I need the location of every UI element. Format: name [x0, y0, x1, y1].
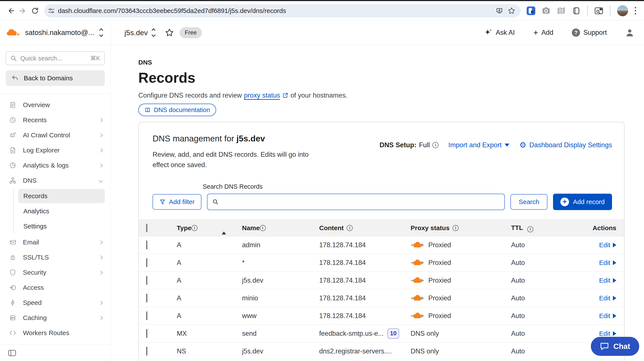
row-checkbox[interactable]	[146, 294, 148, 303]
info-icon[interactable]: i	[527, 226, 533, 232]
sort-ascending-icon[interactable]	[222, 224, 226, 235]
column-header-content[interactable]: Content i	[313, 224, 405, 232]
main-content: DNS Records Configure DNS records and re…	[111, 45, 644, 361]
row-checkbox[interactable]	[146, 276, 148, 285]
favorite-star-icon[interactable]	[165, 28, 174, 37]
collapse-sidebar-icon[interactable]	[8, 349, 16, 357]
sidebar-item-dns-analytics[interactable]: Analytics	[18, 204, 105, 218]
row-checkbox[interactable]	[146, 347, 148, 356]
side-panel-search-icon[interactable]	[594, 6, 603, 15]
zone-name[interactable]: j5s.dev	[124, 28, 148, 37]
bookmark-star-icon[interactable]	[506, 5, 518, 17]
sidebar-item-ssl-tls[interactable]: SSL/TLS	[0, 250, 110, 265]
chat-button[interactable]: Chat	[591, 337, 639, 356]
column-header-actions: Actions	[581, 224, 624, 232]
select-all-checkbox[interactable]	[146, 224, 148, 232]
caret-right-icon	[613, 331, 616, 336]
sidebar-item-email[interactable]: Email	[0, 235, 110, 250]
record-type: A	[177, 241, 181, 249]
add-filter-button[interactable]: Add filter	[152, 194, 202, 210]
dns-search-input[interactable]	[222, 198, 500, 206]
table-row: A www 178.128.74.184 Proxied Auto Edit	[139, 307, 624, 325]
edit-record-button[interactable]: Edit	[599, 312, 616, 320]
search-button[interactable]: Search	[510, 194, 548, 210]
column-header-type[interactable]: Type i	[171, 224, 236, 232]
sidebar-subitem-label: Analytics	[23, 208, 49, 215]
sidebar-item-overview[interactable]: Overview	[0, 97, 110, 112]
sidebar-item-recents[interactable]: Recents	[0, 112, 110, 128]
info-icon[interactable]: i	[347, 225, 353, 231]
column-header-proxy-status[interactable]: Proxy status i	[405, 224, 506, 232]
column-header-name[interactable]: Name i	[236, 224, 313, 232]
chevron-right-icon	[99, 133, 103, 137]
ask-ai-button[interactable]: Ask AI	[484, 29, 515, 36]
column-header-ttl[interactable]: TTL i	[506, 224, 581, 232]
proxy-status-link[interactable]: proxy status	[244, 91, 280, 99]
browser-menu-icon[interactable]	[635, 7, 636, 14]
sidebar-item-dns-records[interactable]: Records	[18, 189, 105, 203]
support-button[interactable]: ? Support	[572, 28, 607, 37]
camera-extension-icon[interactable]	[542, 6, 550, 15]
chat-bubble-icon	[600, 342, 609, 351]
import-export-dropdown[interactable]: Import and Export	[448, 141, 509, 149]
card-title-zone: j5s.dev	[236, 134, 265, 143]
info-icon[interactable]: i	[192, 225, 198, 231]
address-bar[interactable]: dash.cloudflare.com/703643cccb3eebec59f5…	[44, 4, 520, 17]
install-app-icon[interactable]	[493, 5, 506, 17]
url-text[interactable]: dash.cloudflare.com/703643cccb3eebec59f5…	[58, 7, 493, 14]
server-stack-icon	[9, 314, 17, 322]
password-manager-extension-icon[interactable]	[527, 6, 535, 15]
browser-forward-icon[interactable]	[17, 5, 29, 17]
user-profile-icon[interactable]	[626, 28, 634, 37]
edit-record-button[interactable]: Edit	[599, 241, 616, 249]
extension-icon[interactable]	[572, 6, 581, 15]
sidebar-item-caching[interactable]: Caching	[0, 310, 110, 325]
proxy-status-text: Proxied	[428, 294, 451, 302]
edit-record-button[interactable]: Edit	[599, 295, 616, 302]
robot-icon	[9, 131, 17, 139]
external-link-icon	[282, 92, 288, 98]
quick-search-input[interactable]: Quick search... ⌘K	[6, 51, 105, 65]
account-name: satoshi.nakamoto@...	[25, 28, 94, 37]
dns-search-field[interactable]	[207, 194, 505, 210]
add-button[interactable]: + Add	[533, 28, 553, 37]
edit-record-button[interactable]: Edit	[599, 277, 616, 284]
info-icon[interactable]: i	[452, 225, 458, 231]
browser-back-icon[interactable]	[5, 5, 17, 17]
info-icon[interactable]: i	[260, 225, 266, 231]
info-icon[interactable]: i	[432, 142, 438, 148]
card-subtitle: Review, add, and edit DNS records. Edits…	[152, 149, 326, 170]
site-controls-icon[interactable]	[48, 7, 55, 14]
record-type: A	[177, 294, 181, 302]
account-switcher[interactable]: satoshi.nakamoto@...	[0, 20, 111, 45]
sidebar-item-ai-crawl-control[interactable]: AI Crawl Control	[0, 128, 110, 143]
edit-record-button[interactable]: Edit	[599, 330, 616, 337]
row-checkbox[interactable]	[146, 258, 148, 267]
dns-documentation-button[interactable]: DNS documentation	[138, 104, 216, 116]
map-extension-icon[interactable]	[557, 6, 566, 15]
row-checkbox[interactable]	[146, 329, 148, 338]
dashboard-display-settings-link[interactable]: ⚙ Dashboard Display Settings	[519, 141, 612, 149]
record-ttl: Auto	[511, 259, 525, 266]
sidebar-item-access[interactable]: Access	[0, 280, 110, 295]
sidebar-item-workers-routes[interactable]: Workers Routes	[0, 325, 110, 341]
sidebar-item-log-explorer[interactable]: Log Explorer	[0, 143, 110, 158]
quick-search-placeholder: Quick search...	[20, 55, 87, 62]
back-to-domains-button[interactable]: Back to Domains	[6, 70, 105, 86]
sidebar-item-dns[interactable]: DNS	[0, 173, 110, 188]
browser-profile-avatar[interactable]	[617, 5, 628, 16]
zone-selector-chevrons-icon[interactable]	[152, 29, 156, 36]
sidebar-item-speed[interactable]: Speed	[0, 295, 110, 310]
browser-reload-icon[interactable]	[29, 5, 41, 17]
row-checkbox[interactable]	[146, 241, 148, 249]
edit-record-button[interactable]: Edit	[599, 259, 616, 266]
add-record-button[interactable]: + Add record	[553, 194, 612, 210]
sidebar-item-security[interactable]: Security	[0, 265, 110, 280]
record-type: MX	[177, 330, 187, 338]
sidebar-item-label: Email	[23, 239, 93, 246]
record-ttl: Auto	[511, 348, 525, 355]
row-checkbox[interactable]	[146, 311, 148, 320]
sidebar-item-analytics-logs[interactable]: Analytics & logs	[0, 158, 110, 173]
chevron-right-icon	[99, 271, 103, 274]
sidebar-item-dns-settings[interactable]: Settings	[18, 219, 105, 233]
